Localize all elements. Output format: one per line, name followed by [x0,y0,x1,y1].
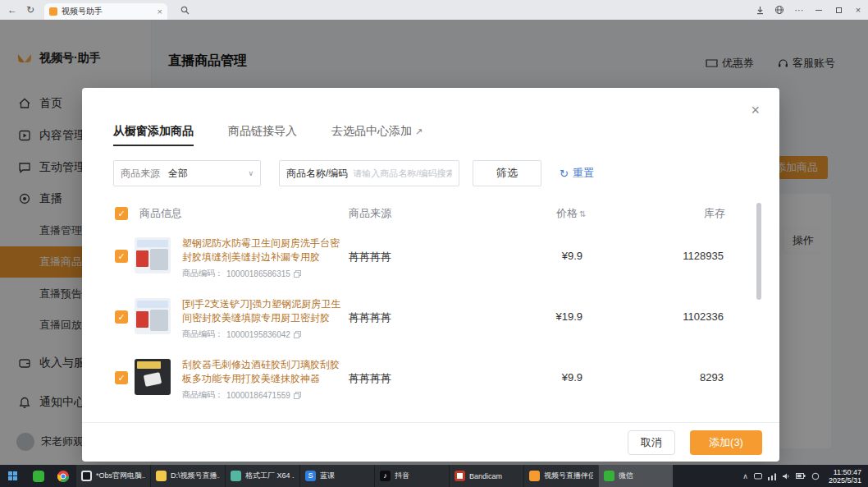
sort-icon[interactable]: ⇅ [579,209,586,218]
row-checkbox[interactable]: ✓ [115,310,128,324]
header-price-label: 价格 [556,207,578,219]
format-factory-icon [231,471,241,481]
product-search-box: 商品名称/编码 [279,160,459,186]
product-code-label: 商品编码： [182,389,223,401]
tab-label: 去选品中心添加 [331,124,412,139]
maximize-button[interactable] [829,0,848,20]
product-code-label: 商品编码： [182,328,223,340]
product-code: 商品编码：10000195836042 [182,328,301,340]
taskbar-task-wechat[interactable]: 微信 [598,465,673,487]
taskbar-task-live-companion[interactable]: 视频号直播伴侣 [523,465,598,487]
reset-button[interactable]: ↻ 重置 [560,166,594,181]
pinned-chrome-button[interactable] [51,465,75,487]
cancel-button[interactable]: 取消 [628,430,675,455]
product-stock: 8293 [656,371,724,384]
product-code: 商品编码：10000186586315 [182,268,301,279]
chrome-controls: ⋯ × [750,0,868,20]
task-label: 抖音 [395,471,409,481]
add-product-modal: × 从橱窗添加商品 商品链接导入 去选品中心添加 ↗ 商品来源 全部 ∨ 商品名… [82,88,779,462]
tab-label: 从橱窗添加商品 [113,124,194,139]
lanke-icon: S [305,471,316,481]
channels-live-icon [529,471,540,481]
download-icon[interactable] [750,0,770,20]
product-price: ¥9.9 [525,371,582,384]
taskbar-task-bandicam[interactable]: Bandicam [449,465,523,487]
table-header: ✓ 商品信息 商品来源 价格⇅ 库存 [82,203,779,226]
product-price: ¥19.9 [525,310,582,323]
taskbar-task-formatfactory[interactable]: 格式工厂 X64 ... [225,465,299,487]
tray-volume-icon[interactable] [782,472,790,480]
tray-chat-icon[interactable] [754,472,762,480]
taskbar-task-douyin[interactable]: ♪ 抖音 [374,465,449,487]
modal-close-icon[interactable]: × [751,103,760,117]
product-title[interactable]: 刮胶器毛刺修边酒硅胶刮刀璃胶刮胶板多功能专用打胶美缝抹胶神器 [182,358,346,386]
refresh-icon[interactable]: ↻ [21,4,39,16]
product-thumbnail [135,298,171,334]
tab-title: 视频号助手 [62,6,153,17]
tray-battery-icon[interactable] [796,472,806,480]
row-checkbox[interactable]: ✓ [115,250,128,263]
pinned-wechat-button[interactable] [26,465,51,487]
product-source: 苒苒苒苒 [349,310,391,325]
tab-selection-center[interactable]: 去选品中心添加 ↗ [331,124,423,146]
copy-icon[interactable] [294,270,301,278]
tab-add-from-showcase[interactable]: 从橱窗添加商品 [113,124,194,146]
filter-button[interactable]: 筛选 [473,160,541,186]
product-title[interactable]: 塑钢泥防水防霉卫生间厨房洗手台密封胶填缝剂美缝封边补漏专用胶150ml... [182,237,346,264]
modal-scrollbar[interactable] [756,203,761,300]
tab-import-by-link[interactable]: 商品链接导入 [228,124,297,146]
search-icon[interactable] [176,2,194,17]
header-stock: 库存 [704,206,725,221]
taskbar-task-explorer[interactable]: D:\视频号直播... [150,465,225,487]
taskbar-clock[interactable]: 11:50:47 2025/5/31 [829,468,861,485]
window-close-button[interactable]: × [848,0,868,20]
task-label: D:\视频号直播... [171,471,220,481]
product-code-value: 10000186471559 [226,391,290,400]
search-label: 商品名称/编码 [286,167,348,181]
source-label: 商品来源 [121,167,160,181]
browser-chrome: ← ↻ 视频号助手 × ⋯ × [0,0,868,20]
copy-icon[interactable] [294,392,301,399]
tray-expand-icon[interactable]: ∧ [742,472,748,480]
minimize-button[interactable] [809,0,829,20]
select-all-checkbox[interactable]: ✓ [115,207,128,220]
product-thumbnail [135,359,171,395]
wechat-icon [604,471,614,481]
start-button[interactable] [0,465,26,487]
task-label: 格式工厂 X64 ... [245,471,295,481]
copy-icon[interactable] [294,331,301,338]
more-icon[interactable]: ⋯ [789,0,809,20]
search-input[interactable] [353,168,452,178]
wechat-icon [33,471,44,482]
product-title[interactable]: [到手2支送铲刀]强力塑钢泥厨房卫生间密封胶美缝填隙专用厨卫密封胶150M... [182,297,346,325]
modal-footer: 取消 添加(3) [82,422,779,462]
tab-favicon-icon [49,7,57,16]
confirm-add-button[interactable]: 添加(3) [690,430,762,455]
source-value: 全部 [168,167,240,181]
product-stock: 1128935 [656,250,724,262]
tray-usb-icon[interactable] [811,472,820,480]
taskbar: *Obs官网电脑... D:\视频号直播... 格式工厂 X64 ... S 蓝… [0,465,868,487]
back-icon[interactable]: ← [3,4,21,16]
douyin-icon: ♪ [380,471,391,481]
table-row: ✓ 塑钢泥防水防霉卫生间厨房洗手台密封胶填缝剂美缝封边补漏专用胶150ml...… [82,225,755,287]
product-stock: 1102336 [656,310,724,323]
product-code-value: 10000186586315 [226,269,290,278]
windows-logo-icon [8,471,18,481]
chevron-down-icon: ∨ [248,169,254,177]
taskbar-task-lanke[interactable]: S 蓝课 [299,465,374,487]
product-source: 苒苒苒苒 [349,371,391,386]
task-label: 微信 [619,471,633,481]
globe-icon[interactable] [770,0,789,20]
header-price: 价格⇅ [556,206,586,221]
browser-tab[interactable]: 视频号助手 × [44,3,167,20]
product-source-select[interactable]: 商品来源 全部 ∨ [113,160,261,186]
chrome-icon [57,471,69,482]
row-checkbox[interactable]: ✓ [115,371,128,384]
tab-close-icon[interactable]: × [158,7,162,16]
taskbar-task-obs[interactable]: *Obs官网电脑... [75,465,150,487]
product-code: 商品编码：10000186471559 [182,389,301,401]
tray-network-icon[interactable] [768,472,776,480]
product-thumbnail [135,237,171,273]
reset-icon: ↻ [560,168,569,180]
